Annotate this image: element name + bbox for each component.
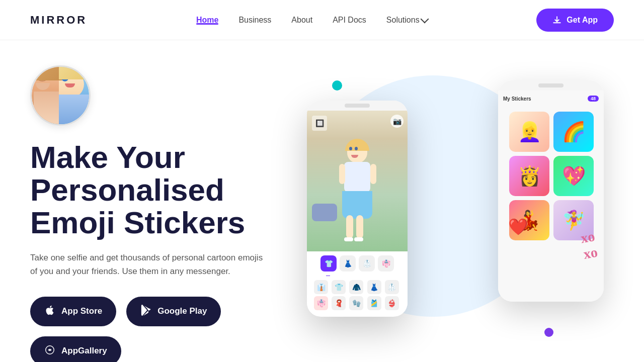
solutions-label: Solutions bbox=[386, 16, 420, 25]
app-store-button[interactable]: App Store bbox=[30, 297, 116, 326]
toolbar-tabs bbox=[311, 272, 404, 278]
google-play-label: Google Play bbox=[157, 306, 207, 316]
sticker-4: 💖 bbox=[553, 156, 594, 196]
toolbar-icon-hair: 👗 bbox=[340, 255, 356, 272]
toolbar-icon-face: 🥼 bbox=[359, 255, 375, 272]
nav-item-solutions[interactable]: Solutions bbox=[386, 16, 428, 25]
nav-link-about[interactable]: About bbox=[291, 16, 312, 24]
toolbar-icons: 👕 👗 🥼 👘 bbox=[311, 255, 404, 272]
hero-visual: 🔲 bbox=[302, 55, 614, 362]
download-icon bbox=[552, 16, 561, 25]
cloth-9[interactable]: 🎽 bbox=[367, 296, 381, 310]
sticker-pack-count: 48 bbox=[588, 96, 599, 102]
nav-link-home[interactable]: Home bbox=[196, 16, 218, 24]
nav-link-api-docs[interactable]: API Docs bbox=[333, 16, 366, 24]
apple-icon bbox=[44, 305, 55, 318]
phones-container: 🔲 bbox=[302, 65, 614, 362]
tab-tops[interactable] bbox=[326, 274, 330, 276]
cloth-6[interactable]: 👘 bbox=[314, 296, 328, 310]
avatar-preview bbox=[30, 65, 91, 126]
phone-sticker-top-bar bbox=[498, 80, 604, 90]
store-buttons: App Store Google Play AppGallery bbox=[30, 297, 302, 362]
sticker-3: 👸 bbox=[509, 156, 549, 196]
navbar: MIRROR Home Business About API Docs Solu… bbox=[0, 0, 644, 40]
google-play-button[interactable]: Google Play bbox=[126, 297, 221, 326]
appgallery-label: AppGallery bbox=[61, 346, 107, 356]
hero-section: Make Your Personalised Emoji Stickers Ta… bbox=[0, 40, 644, 362]
cloth-4[interactable]: 👗 bbox=[367, 280, 381, 294]
avatar-app-scene: 🔲 bbox=[307, 111, 408, 251]
hero-title-line2: Personalised bbox=[30, 172, 224, 207]
nav-active-indicator bbox=[196, 23, 218, 25]
toolbar-icon-acc: 👘 bbox=[378, 255, 394, 272]
nav-links: Home Business About API Docs Solutions bbox=[196, 16, 428, 25]
sticker-pack-title: My Stickers bbox=[503, 96, 531, 102]
sticker-1: 👱‍♀️ bbox=[509, 112, 549, 152]
hero-title: Make Your Personalised Emoji Stickers bbox=[30, 141, 302, 239]
solutions-dropdown[interactable]: Solutions bbox=[386, 16, 428, 25]
get-app-label: Get App bbox=[567, 16, 598, 25]
nav-item-business[interactable]: Business bbox=[238, 16, 271, 25]
hero-title-line1: Make Your bbox=[30, 140, 185, 174]
hero-content: Make Your Personalised Emoji Stickers Ta… bbox=[30, 55, 302, 362]
tab-crop-tops[interactable] bbox=[384, 274, 388, 276]
get-app-button[interactable]: Get App bbox=[536, 9, 614, 32]
cloth-7[interactable]: 🧣 bbox=[332, 296, 346, 310]
cloth-1[interactable]: 👔 bbox=[314, 280, 328, 294]
cloth-8[interactable]: 🧤 bbox=[349, 296, 363, 310]
sticker-2: 🌈 bbox=[553, 112, 594, 152]
nav-item-home[interactable]: Home bbox=[196, 16, 218, 25]
phone-sticker-sheet: My Stickers 48 👱‍♀️ 🌈 bbox=[498, 80, 604, 302]
nav-link-business[interactable]: Business bbox=[238, 16, 271, 24]
logo: MIRROR bbox=[30, 14, 87, 27]
nav-item-api-docs[interactable]: API Docs bbox=[333, 16, 366, 25]
hero-description: Take one selfie and get thousands of per… bbox=[30, 251, 272, 278]
phone-top-bar bbox=[307, 101, 408, 111]
cloth-10[interactable]: 👙 bbox=[385, 296, 399, 310]
toolbar-icon-tops: 👕 bbox=[320, 255, 337, 272]
nav-item-about[interactable]: About bbox=[291, 16, 312, 25]
avatar-toolbar: 👕 👗 🥼 👘 👔 👕 🧥 👗 bbox=[307, 251, 408, 316]
tab-shirts[interactable] bbox=[355, 274, 359, 276]
cloth-3[interactable]: 🧥 bbox=[349, 280, 363, 294]
sticker-phone-notch bbox=[538, 83, 564, 87]
play-icon bbox=[140, 305, 151, 318]
avatar-image bbox=[32, 65, 89, 126]
appgallery-button[interactable]: AppGallery bbox=[30, 336, 121, 362]
huawei-icon bbox=[44, 344, 55, 358]
cloth-2[interactable]: 👕 bbox=[332, 280, 346, 294]
hero-title-line3: Emoji Stickers bbox=[30, 205, 245, 240]
clothing-grid: 👔 👕 🧥 👗 🥼 👘 🧣 🧤 🎽 👙 bbox=[311, 278, 404, 312]
avatar-figure bbox=[327, 131, 387, 251]
phone-avatar-creator: 🔲 bbox=[307, 101, 408, 317]
phone-notch bbox=[345, 104, 370, 108]
chevron-down-icon bbox=[420, 15, 429, 23]
cloth-5[interactable]: 🥼 bbox=[385, 280, 399, 294]
app-store-label: App Store bbox=[61, 306, 102, 316]
